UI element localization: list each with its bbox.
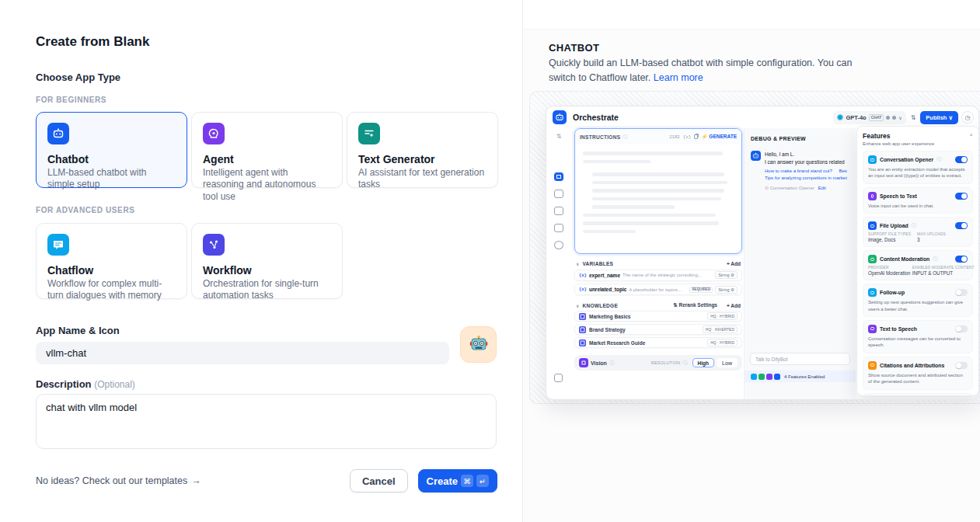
- text-to-speech-icon: [868, 325, 877, 333]
- shot-main-column: INSTRUCTIONS ⓘ 2182 {x} ⚡ GENERATE: [574, 128, 742, 371]
- app-icon-picker-button[interactable]: [460, 326, 497, 363]
- retrieval-tag: HQ · INVERTED: [703, 325, 738, 333]
- card-chatflow[interactable]: Chatflow Workflow for complex multi-turn…: [36, 223, 187, 299]
- card-workflow[interactable]: Workflow Orchestration for single-turn a…: [191, 223, 343, 299]
- generate-button: ⚡ GENERATE: [701, 134, 737, 140]
- variable-token-icon: {x}: [579, 287, 587, 292]
- feature-toggle: [955, 256, 968, 263]
- instructions-panel: INSTRUCTIONS ⓘ 2182 {x} ⚡ GENERATE: [574, 128, 742, 254]
- shot-topbar-actions: GPT-4o CHAT ∨ ⇅ Publish ∨ ◷: [833, 111, 974, 124]
- variable-token-icon: {x}: [579, 273, 587, 278]
- card-text-generator[interactable]: Text Generator AI assistant for text gen…: [347, 112, 498, 188]
- feature-toggle: [955, 289, 968, 296]
- for-advanced-users-label: FOR ADVANCED USERS: [36, 206, 134, 214]
- shot-sidebar: ⇅: [546, 128, 571, 399]
- knowledge-title: KNOWLEDGE: [582, 303, 618, 308]
- chevron-down-icon: ∨: [576, 303, 579, 308]
- required-tag: REQUIRED: [689, 287, 713, 293]
- workflow-icon: [203, 234, 225, 256]
- card-title: Workflow: [203, 264, 331, 277]
- feature-speech-to-text: Speech to Text Voice input can be used i…: [863, 187, 973, 214]
- card-desc: Intelligent agent with reasoning and aut…: [203, 167, 331, 203]
- conversation-opener-label: ⊙ Conversation Opener Edit: [765, 185, 847, 190]
- info-icon: ⓘ: [933, 256, 937, 263]
- shot-topbar: Orchestrate GPT-4o CHAT ∨ ⇅ Publish ∨ ◷: [546, 106, 978, 128]
- text-generator-icon: [358, 123, 380, 144]
- bot-avatar: [553, 110, 567, 124]
- knowledge-doc-row: Market Research Guide HQ · HYBRID: [574, 337, 742, 348]
- model-name: GPT-4o: [846, 114, 866, 121]
- card-desc: Workflow for complex multi-turn dialogue…: [47, 278, 176, 302]
- moderation-icon: [868, 255, 877, 263]
- optional-hint: (Optional): [94, 379, 135, 390]
- char-count: 2182: [669, 134, 679, 139]
- agent-icon: [203, 123, 225, 144]
- choose-app-type-label: Choose App Type: [36, 71, 120, 83]
- copy-icon: [694, 134, 698, 139]
- features-header: Features ×: [863, 132, 973, 140]
- knowledge-doc-row: Brand Strategy HQ · INVERTED: [574, 324, 742, 335]
- app-name-input[interactable]: [36, 342, 449, 364]
- model-params-icon: [892, 116, 896, 120]
- panel-top-strip: [523, 0, 980, 30]
- instructions-skeleton: [575, 144, 741, 245]
- chat-input: Talk to DifyBot: [750, 353, 850, 365]
- model-settings-icon: [886, 116, 890, 120]
- debug-preview-column: DEBUG & PREVIEW Hello, I am L. I can ans…: [744, 128, 856, 399]
- modal-footer: No ideas? Check out our templates→ Cance…: [36, 469, 497, 492]
- knowledge-doc-row: Marketing Basics HQ · HYBRID: [574, 311, 742, 322]
- add-knowledge-button: + Add: [727, 303, 741, 308]
- chatbot-icon: [47, 123, 69, 144]
- card-chatbot[interactable]: Chatbot LLM-based chatbot with simple se…: [36, 112, 187, 188]
- cancel-button[interactable]: Cancel: [350, 469, 408, 492]
- resolution-high-option: High: [692, 358, 714, 367]
- card-desc: LLM-based chatbot with simple setup: [47, 167, 176, 191]
- suggestion-link: Tips for analyzing competitors in market: [765, 176, 847, 180]
- feature-toggle: [955, 325, 968, 332]
- preview-description: Quickly build an LLM-based chatbot with …: [549, 56, 867, 85]
- robot-icon: [469, 335, 489, 355]
- card-desc: Orchestration for single-turn automation…: [203, 278, 331, 302]
- rerank-settings-button: ⇅ Rerank Settings: [673, 302, 717, 308]
- preview-nav-icon: [554, 190, 563, 198]
- model-selector: GPT-4o CHAT ∨: [833, 111, 905, 124]
- debug-preview-title: DEBUG & PREVIEW: [751, 136, 849, 141]
- variables-header: ∨ VARIABLES + Add: [574, 261, 742, 266]
- preview-hatched-zone: Orchestrate GPT-4o CHAT ∨ ⇅ Publish ∨ ◷: [529, 91, 980, 404]
- feature-file-upload: File Upload ⓘ SUPPORT FILE TYPESImage, D…: [863, 217, 973, 247]
- create-button[interactable]: Create ⌘ ↵: [418, 469, 497, 492]
- vision-icon: [579, 358, 588, 367]
- description-textarea[interactable]: chat with vllm model: [36, 394, 497, 449]
- for-beginners-label: FOR BEGINNERS: [36, 96, 106, 104]
- history-icon: ◷: [961, 111, 974, 124]
- opener-mini-icon: [751, 374, 757, 380]
- microphone-icon: [868, 192, 877, 200]
- feature-citations: Citations and Attributions Show source d…: [863, 357, 973, 390]
- citations-icon: [868, 361, 877, 370]
- instructions-header: INSTRUCTIONS ⓘ 2182 {x} ⚡ GENERATE: [575, 129, 741, 144]
- advanced-cards-row: Chatflow Workflow for complex multi-turn…: [36, 223, 343, 299]
- beginner-cards-row: Chatbot LLM-based chatbot with simple se…: [36, 112, 498, 188]
- feature-toggle: [955, 156, 968, 163]
- resolution-label: RESOLUTION: [651, 360, 681, 365]
- bot-message: Hello, I am L. I can answer your questio…: [751, 151, 849, 190]
- orchestrate-nav-icon: [554, 172, 563, 181]
- document-icon: [579, 339, 586, 346]
- orchestrate-title: Orchestrate: [573, 113, 619, 122]
- learn-more-link[interactable]: Learn more: [654, 72, 703, 83]
- suggestion-link: Bes: [839, 169, 846, 173]
- templates-link[interactable]: No ideas? Check out our templates→: [36, 475, 201, 486]
- chatbot-screenshot-preview: Orchestrate GPT-4o CHAT ∨ ⇅ Publish ∨ ◷: [546, 106, 979, 400]
- knowledge-section: ∨ KNOWLEDGE ⇅ Rerank Settings + Add Mark…: [574, 302, 742, 348]
- resolution-low-option: Low: [717, 358, 738, 367]
- feature-toggle: [955, 222, 968, 229]
- variable-type-tag: String ⚙: [715, 286, 738, 294]
- info-icon: ⓘ: [623, 134, 627, 141]
- sidebar-icon-group: [554, 172, 563, 249]
- variable-row: {x} expert_name The name of the strategi…: [574, 270, 742, 281]
- card-agent[interactable]: Agent Intelligent agent with reasoning a…: [191, 112, 343, 188]
- folder-icon: [868, 221, 877, 230]
- settings-nav-icon: [554, 241, 563, 249]
- suggestion-link: How to make a brand stand out?: [765, 169, 832, 173]
- speech-mini-icon: [766, 374, 772, 380]
